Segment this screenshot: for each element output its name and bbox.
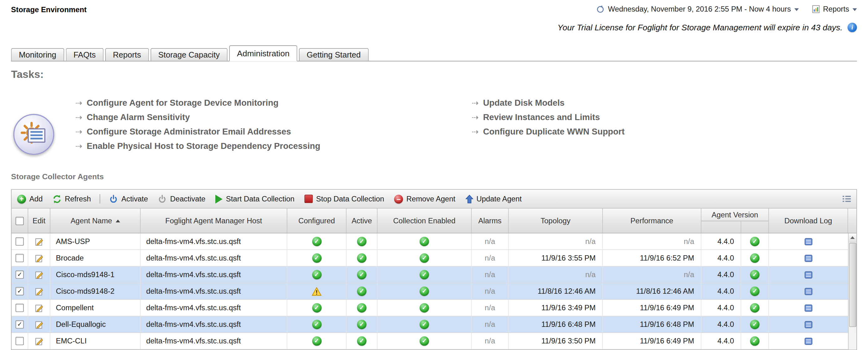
status-ok-icon: ✓ xyxy=(357,270,367,279)
collection-enabled-cell: ✓ xyxy=(377,317,472,332)
download-log-icon[interactable] xyxy=(804,254,813,262)
refresh-icon xyxy=(53,195,61,203)
column-header-configured[interactable]: Configured xyxy=(287,209,346,233)
status-ok-icon: ✓ xyxy=(420,336,429,346)
row-checkbox[interactable] xyxy=(16,337,24,345)
tab-administration[interactable]: Administration xyxy=(229,45,298,61)
reports-menu[interactable]: Reports xyxy=(823,5,849,13)
tab-faqts[interactable]: FAQts xyxy=(66,48,103,61)
collection-enabled-cell: ✓ xyxy=(377,250,472,266)
download-log-icon[interactable] xyxy=(804,304,813,312)
status-ok-icon: ✓ xyxy=(357,237,367,246)
host-cell: delta-fms-vm4.vfs.stc.us.qsft xyxy=(141,300,287,316)
alarms-cell: n/a xyxy=(472,300,509,316)
download-log-icon[interactable] xyxy=(804,337,813,345)
select-all-checkbox[interactable] xyxy=(16,216,24,225)
update-agent-button[interactable]: Update Agent xyxy=(465,195,522,203)
status-ok-icon: ✓ xyxy=(750,303,760,312)
vertical-scrollbar[interactable] xyxy=(848,233,857,349)
host-cell: delta-fms-vm4.vfs.stc.us.qsft xyxy=(141,250,287,266)
add-agent-button[interactable]: +Add xyxy=(17,195,42,203)
active-cell: ✓ xyxy=(346,317,377,332)
deactivate-button[interactable]: Deactivate xyxy=(158,195,206,203)
active-cell: ✓ xyxy=(346,300,377,316)
topology-cell: n/a xyxy=(509,233,603,249)
edit-icon[interactable] xyxy=(35,254,43,262)
alarms-cell: n/a xyxy=(472,233,509,249)
column-header-agent-name[interactable]: Agent Name xyxy=(51,209,141,233)
topology-cell: 11/9/16 3:49 PM xyxy=(509,300,603,316)
row-checkbox[interactable] xyxy=(16,304,24,312)
refresh-button[interactable]: Refresh xyxy=(53,195,91,203)
row-checkbox[interactable]: ✓ xyxy=(16,287,24,295)
task-arrow-icon: ⇢ xyxy=(75,127,82,137)
scrollbar-thumb[interactable] xyxy=(849,243,857,327)
row-checkbox[interactable] xyxy=(16,237,24,246)
up-arrow-icon xyxy=(465,195,473,203)
task-configure-duplicate-wwn-support[interactable]: ⇢Configure Duplicate WWN Support xyxy=(472,127,625,137)
edit-icon[interactable] xyxy=(35,337,43,345)
agent-version-cell: 4.4.0 xyxy=(702,333,741,349)
download-log-cell xyxy=(769,333,848,349)
task-update-disk-models[interactable]: ⇢Update Disk Models xyxy=(472,98,625,108)
stop-data-collection-button[interactable]: Stop Data Collection xyxy=(305,195,384,203)
start-data-collection-button[interactable]: Start Data Collection xyxy=(215,195,294,203)
download-log-cell xyxy=(769,300,848,316)
time-range-selector[interactable]: Wednesday, November 9, 2016 2:55 PM - No… xyxy=(608,5,791,13)
table-row: AMS-USPdelta-fms-vm4.vfs.stc.us.qsft✓✓✓n… xyxy=(11,233,857,250)
select-all-cell xyxy=(11,209,28,233)
time-range-caret-icon[interactable] xyxy=(794,8,799,11)
activate-button[interactable]: Activate xyxy=(109,195,148,203)
download-log-cell xyxy=(769,233,848,249)
reports-icon xyxy=(812,5,820,13)
agent-name-cell: Brocade xyxy=(51,250,141,266)
download-log-icon[interactable] xyxy=(804,287,813,295)
download-log-cell xyxy=(769,250,848,266)
column-header-collection-enabled[interactable]: Collection Enabled xyxy=(377,209,472,233)
play-icon xyxy=(215,195,222,203)
edit-icon[interactable] xyxy=(35,287,43,295)
row-checkbox[interactable]: ✓ xyxy=(16,271,24,279)
task-review-instances-and-limits[interactable]: ⇢Review Instances and Limits xyxy=(472,112,625,122)
agent-name-cell: Dell-Equallogic xyxy=(51,317,141,332)
column-header-alarms[interactable]: Alarms xyxy=(472,209,509,233)
task-configure-storage-administrator-email-addresses[interactable]: ⇢Configure Storage Administrator Email A… xyxy=(75,127,320,137)
version-status-cell: ✓ xyxy=(741,250,769,266)
info-icon[interactable]: i xyxy=(848,23,857,32)
edit-icon[interactable] xyxy=(35,304,43,312)
download-log-icon[interactable] xyxy=(804,238,813,246)
column-header-agent-version[interactable]: Agent Version xyxy=(702,209,769,233)
column-header-host[interactable]: Foglight Agent Manager Host xyxy=(141,209,287,233)
alarms-cell: n/a xyxy=(472,333,509,349)
column-header-edit: Edit xyxy=(28,209,51,233)
remove-agent-button[interactable]: –Remove Agent xyxy=(394,195,456,203)
reports-caret-icon[interactable] xyxy=(852,8,857,11)
scroll-up-button[interactable] xyxy=(848,233,857,242)
performance-cell: 11/9/16 6:49 PM xyxy=(603,333,702,349)
tasks-icon xyxy=(13,114,54,155)
status-ok-icon: ✓ xyxy=(420,286,429,296)
edit-icon[interactable] xyxy=(35,270,43,279)
status-ok-icon: ✓ xyxy=(312,336,321,346)
download-log-cell xyxy=(769,267,848,282)
row-checkbox[interactable] xyxy=(16,254,24,262)
tab-reports[interactable]: Reports xyxy=(105,48,149,61)
tab-storage-capacity[interactable]: Storage Capacity xyxy=(151,48,227,61)
download-log-icon[interactable] xyxy=(804,271,813,279)
column-header-performance[interactable]: Performance xyxy=(603,209,702,233)
edit-icon[interactable] xyxy=(35,237,43,246)
table-options-button[interactable] xyxy=(843,195,851,202)
task-configure-agent-for-storage-device-monitoring[interactable]: ⇢Configure Agent for Storage Device Moni… xyxy=(75,98,320,108)
column-header-download-log[interactable]: Download Log xyxy=(769,209,848,233)
tab-monitoring[interactable]: Monitoring xyxy=(11,48,64,61)
column-header-active[interactable]: Active xyxy=(346,209,377,233)
row-checkbox[interactable]: ✓ xyxy=(16,320,24,329)
edit-cell xyxy=(28,233,51,249)
tab-getting-started[interactable]: Getting Started xyxy=(299,48,368,61)
column-header-topology[interactable]: Topology xyxy=(509,209,603,233)
edit-icon[interactable] xyxy=(35,320,43,329)
task-change-alarm-sensitivity[interactable]: ⇢Change Alarm Sensitivity xyxy=(75,112,320,122)
toolbar-separator xyxy=(100,194,100,204)
task-enable-physical-host-to-storage-dependency-processing[interactable]: ⇢Enable Physical Host to Storage Depende… xyxy=(75,141,320,151)
download-log-icon[interactable] xyxy=(804,321,813,328)
